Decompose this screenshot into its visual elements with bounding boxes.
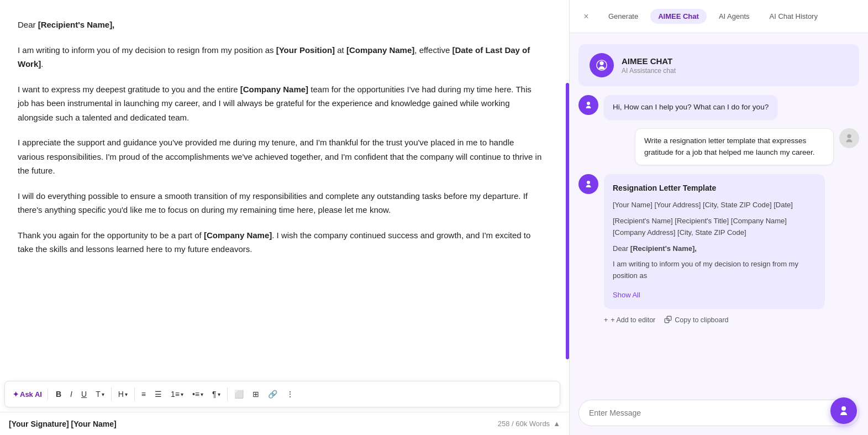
para5: Thank you again for the opportunity to b… bbox=[18, 228, 543, 256]
editor-toolbar: ✦ Ask AI B I U T ▾ H ▾ ≡ ☰ 1≡ ▾ •≡ ▾ bbox=[4, 381, 560, 407]
position-placeholder: [Your Position] bbox=[276, 45, 335, 55]
aimee-title: AIMEE CHAT bbox=[622, 56, 676, 66]
svg-point-3 bbox=[847, 134, 851, 138]
salutation-line: Dear [Recipient's Name], bbox=[18, 18, 543, 32]
chat-panel: × Generate AIMEE Chat AI Agents AI Chat … bbox=[570, 0, 868, 435]
company-placeholder-1: [Company Name] bbox=[346, 45, 414, 55]
response-line-2: [Recipient's Name] [Recipient's Title] [… bbox=[613, 216, 816, 239]
company-placeholder-3: [Company Name] bbox=[204, 230, 272, 240]
para2: I want to express my deepest gratitude t… bbox=[18, 82, 543, 125]
aimee-logo-avatar bbox=[590, 53, 614, 77]
separator-3 bbox=[227, 387, 228, 401]
ai-response-bubble: Resignation Letter Template [Your Name] … bbox=[604, 174, 825, 309]
list-unordered-button[interactable]: •≡ ▾ bbox=[189, 387, 207, 401]
aimee-fab-icon bbox=[837, 404, 850, 417]
clipboard-icon bbox=[664, 316, 672, 325]
show-all-link[interactable]: Show All bbox=[613, 290, 640, 301]
chevron-up-icon: ▲ bbox=[553, 420, 560, 428]
list-ordered-button[interactable]: 1≡ ▾ bbox=[167, 387, 187, 401]
scroll-thumb bbox=[566, 83, 569, 359]
chat-input[interactable] bbox=[589, 408, 834, 417]
paragraph-chevron: ▾ bbox=[218, 391, 220, 397]
aimee-logo-icon bbox=[596, 59, 608, 71]
image-button[interactable]: ⬜ bbox=[231, 387, 247, 401]
link-icon: 🔗 bbox=[268, 390, 277, 399]
svg-point-0 bbox=[599, 61, 603, 65]
bold-button[interactable]: B bbox=[52, 387, 65, 401]
user-avatar-icon bbox=[843, 132, 855, 144]
ai-greeting-row: Hi, How can I help you? What can I do fo… bbox=[578, 95, 859, 119]
heading-button[interactable]: H ▾ bbox=[115, 387, 131, 401]
chat-header: × Generate AIMEE Chat AI Agents AI Chat … bbox=[570, 0, 868, 33]
tab-generate[interactable]: Generate bbox=[601, 9, 646, 24]
svg-point-7 bbox=[841, 406, 846, 411]
ai-response-row: Resignation Letter Template [Your Name] … bbox=[578, 174, 859, 309]
add-to-editor-button[interactable]: + + Add to editor bbox=[604, 313, 655, 327]
paragraph-button[interactable]: ¶ ▾ bbox=[209, 387, 224, 401]
ask-ai-button[interactable]: ✦ Ask AI bbox=[9, 388, 48, 401]
tab-aimee-chat[interactable]: AIMEE Chat bbox=[650, 9, 707, 24]
chat-input-wrapper bbox=[578, 400, 859, 426]
signature-line: [Your Signature] [Your Name] bbox=[9, 420, 117, 428]
msg-actions: + + Add to editor Copy to clipboard bbox=[604, 313, 859, 327]
chat-input-box bbox=[578, 400, 859, 426]
aimee-subtitle: AI Assistance chat bbox=[622, 67, 676, 75]
editor-panel: Dear [Recipient's Name], I am writing to… bbox=[0, 0, 570, 435]
align-center-button[interactable]: ☰ bbox=[151, 387, 165, 401]
ai-avatar-1 bbox=[578, 95, 598, 115]
response-line-4: I am writing to inform you of my decisio… bbox=[613, 259, 816, 282]
date-placeholder: [Date of Last Day of Work] bbox=[18, 45, 530, 69]
close-button[interactable]: × bbox=[578, 9, 594, 24]
ai-avatar-2 bbox=[578, 174, 598, 194]
editor-footer: [Your Signature] [Your Name] 258 / 60k W… bbox=[0, 412, 569, 435]
aimee-info: AIMEE CHAT AI Assistance chat bbox=[622, 56, 676, 75]
svg-point-2 bbox=[587, 102, 590, 105]
align-left-icon: ≡ bbox=[141, 390, 146, 399]
link-button[interactable]: 🔗 bbox=[265, 387, 281, 401]
chat-messages[interactable]: AIMEE CHAT AI Assistance chat Hi, How ca… bbox=[570, 33, 868, 393]
image-icon: ⬜ bbox=[234, 390, 244, 399]
list-unordered-chevron: ▾ bbox=[201, 391, 203, 397]
aimee-header-card: AIMEE CHAT AI Assistance chat bbox=[578, 44, 859, 86]
underline-button[interactable]: U bbox=[78, 387, 90, 401]
aimee-fab-button[interactable] bbox=[830, 397, 857, 424]
separator-2 bbox=[134, 387, 135, 401]
response-line-3: Dear [Recipient's Name], bbox=[613, 243, 816, 255]
add-icon: ⊞ bbox=[252, 390, 259, 399]
recipient-name-placeholder: [Recipient's Name], bbox=[38, 20, 115, 29]
list-ordered-icon: 1≡ bbox=[171, 390, 180, 399]
word-count: 258 / 60k Words ▲ bbox=[498, 420, 560, 428]
list-ordered-chevron: ▾ bbox=[181, 391, 183, 397]
response-line-1: [Your Name] [Your Address] [City, State … bbox=[613, 200, 816, 211]
align-left-button[interactable]: ≡ bbox=[138, 387, 149, 401]
align-center-icon: ☰ bbox=[155, 390, 162, 399]
user-msg-bubble: Write a resignation letter template that… bbox=[635, 128, 834, 165]
response-title: Resignation Letter Template bbox=[613, 182, 816, 194]
company-placeholder-2: [Company Name] bbox=[240, 85, 308, 94]
text-size-button[interactable]: T ▾ bbox=[92, 387, 108, 401]
ai-avatar-icon-1 bbox=[583, 100, 593, 110]
list-unordered-icon: •≡ bbox=[192, 390, 199, 399]
tab-chat-history[interactable]: AI Chat History bbox=[762, 9, 825, 24]
editor-content[interactable]: Dear [Recipient's Name], I am writing to… bbox=[0, 0, 569, 435]
svg-point-4 bbox=[587, 181, 590, 184]
scroll-indicator bbox=[566, 0, 569, 435]
more-icon: ⋮ bbox=[286, 390, 294, 399]
text-size-chevron: ▾ bbox=[102, 391, 104, 397]
heading-chevron: ▾ bbox=[125, 391, 128, 397]
user-msg-row: Write a resignation letter template that… bbox=[578, 128, 859, 165]
tab-ai-agents[interactable]: AI Agents bbox=[711, 9, 757, 24]
plus-icon: + bbox=[604, 316, 608, 324]
chat-input-area bbox=[570, 393, 868, 435]
user-avatar bbox=[839, 128, 859, 148]
italic-button[interactable]: I bbox=[67, 387, 76, 401]
para1: I am writing to inform you of my decisio… bbox=[18, 43, 543, 71]
para4: I will do everything possible to ensure … bbox=[18, 189, 543, 217]
ai-avatar-icon-2 bbox=[583, 179, 593, 189]
add-button[interactable]: ⊞ bbox=[249, 387, 262, 401]
para3: I appreciate the support and guidance yo… bbox=[18, 135, 543, 178]
copy-to-clipboard-button[interactable]: Copy to clipboard bbox=[664, 313, 728, 327]
sparkle-icon: ✦ bbox=[13, 390, 19, 399]
more-button[interactable]: ⋮ bbox=[283, 387, 297, 401]
separator-1 bbox=[111, 387, 112, 401]
